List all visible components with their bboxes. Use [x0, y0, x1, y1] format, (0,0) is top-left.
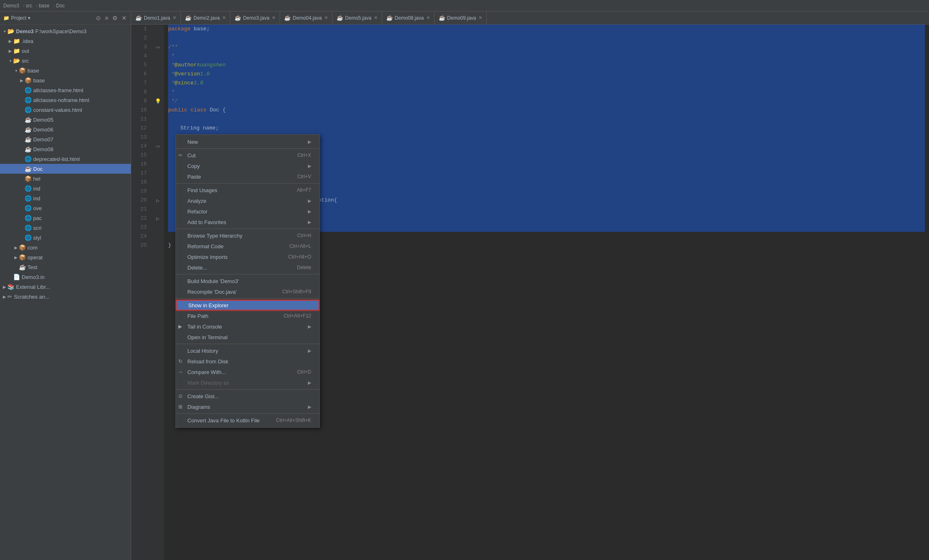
- tab-demo3[interactable]: ☕ Demo3.java ✕: [230, 11, 280, 24]
- sidebar-item-demo3[interactable]: ▾ 📂 Demo3 F:\workSpace\Demo3: [0, 26, 131, 36]
- tab-close-demo04[interactable]: ✕: [324, 15, 328, 20]
- code-line-10: public class Doc {: [168, 106, 925, 115]
- menu-item-reload-from-disk[interactable]: ↻ Reload from Disk: [176, 356, 319, 367]
- bulb-icon-9[interactable]: 💡: [155, 98, 161, 104]
- expand-arrow-base2[interactable]: ▶: [19, 78, 25, 83]
- sidebar-item-idea[interactable]: ▶ 📁 .idea: [0, 36, 131, 46]
- title-base: base: [39, 3, 50, 9]
- menu-item-mark-directory-as[interactable]: Mark Directory as ▶: [176, 377, 319, 388]
- sidebar-item-deprecated-list[interactable]: ▶ 🌐 deprecated-list.html: [0, 154, 131, 164]
- expand-arrow-scratches[interactable]: ▶: [2, 295, 7, 299]
- tab-close-demo5[interactable]: ✕: [374, 15, 378, 20]
- sidebar-item-com[interactable]: ▶ 📦 com: [0, 243, 131, 252]
- tab-java-icon-demo09: ☕: [439, 15, 445, 21]
- sidebar-item-base2[interactable]: ▶ 📦 base: [0, 75, 131, 85]
- tab-close-demo2[interactable]: ✕: [222, 15, 226, 20]
- menu-item-paste[interactable]: Paste Ctrl+V: [176, 171, 319, 182]
- sidebar-item-operat[interactable]: ▶ 📦 operat: [0, 252, 131, 262]
- menu-item-copy[interactable]: Copy ▶: [176, 161, 319, 171]
- expand-arrow-src[interactable]: ▾: [7, 59, 13, 63]
- tab-close-demo09[interactable]: ✕: [478, 15, 482, 20]
- sidebar-item-demo06[interactable]: ▶ ☕ Demo06: [0, 125, 131, 134]
- menu-item-compare-with[interactable]: ↔ Compare With... Ctrl+D: [176, 367, 319, 377]
- menu-item-add-to-favorites[interactable]: Add to Favorites ▶: [176, 217, 319, 227]
- html-icon-pac: 🌐: [25, 215, 32, 221]
- sidebar-item-src[interactable]: ▾ 📂 src: [0, 56, 131, 66]
- expand-arrow-out[interactable]: ▶: [7, 49, 13, 53]
- tab-demo1[interactable]: ☕ Demo1.java ✕: [131, 11, 181, 24]
- sidebar-item-external-libraries[interactable]: ▶ 📚 External Libr...: [0, 282, 131, 292]
- tab-close-demo1[interactable]: ✕: [173, 15, 176, 20]
- menu-item-analyze[interactable]: Analyze ▶: [176, 195, 319, 206]
- menu-item-optimize-imports[interactable]: Optimize Imports Ctrl+Alt+O: [176, 252, 319, 262]
- menu-item-file-path[interactable]: File Path Ctrl+Alt+F12: [176, 311, 319, 321]
- sidebar-item-base[interactable]: ▾ 📦 base: [0, 66, 131, 75]
- expand-all-icon[interactable]: ≡: [104, 14, 109, 22]
- menu-item-build-module[interactable]: Build Module 'Demo3': [176, 276, 319, 286]
- menu-item-create-gist[interactable]: ⊙ Create Gist...: [176, 391, 319, 401]
- sidebar-item-styl[interactable]: ▶ 🌐 styl: [0, 233, 131, 243]
- chevron-down-icon[interactable]: ▾: [28, 15, 30, 21]
- sidebar-item-pac[interactable]: ▶ 🌐 pac: [0, 213, 131, 223]
- tab-demo2[interactable]: ☕ Demo2.java ✕: [181, 11, 230, 24]
- menu-item-reformat-code[interactable]: Reformat Code Ctrl+Alt+L: [176, 241, 319, 252]
- menu-item-find-usages[interactable]: Find Usages Alt+F7: [176, 185, 319, 195]
- sidebar-item-demo3in[interactable]: ▶ 📄 Demo3.in: [0, 272, 131, 282]
- menu-item-browse-type-hierarchy[interactable]: Browse Type Hierarchy Ctrl+H: [176, 230, 319, 241]
- expand-arrow-operat[interactable]: ▶: [13, 255, 19, 260]
- sidebar-item-demo07[interactable]: ▶ ☕ Demo07: [0, 134, 131, 144]
- sidebar-item-demo08[interactable]: ▶ ☕ Demo08: [0, 144, 131, 154]
- settings-icon[interactable]: ⚙: [112, 14, 118, 22]
- menu-separator-5: [176, 298, 319, 299]
- menu-item-diagrams[interactable]: ⊞ Diagrams ▶: [176, 401, 319, 412]
- context-menu-overlay: New ▶ ✂ Cut Ctrl+X Copy ▶ Paste: [175, 134, 320, 428]
- sidebar-item-allclasses-noframe[interactable]: ▶ 🌐 allclasses-noframe.html: [0, 95, 131, 105]
- tab-demo5[interactable]: ☕ Demo5.java ✕: [332, 11, 382, 24]
- submenu-arrow-copy: ▶: [300, 163, 311, 169]
- fold-marker-3[interactable]: ≡▾: [156, 45, 160, 50]
- sidebar-item-allclasses-frame[interactable]: ▶ 🌐 allclasses-frame.html: [0, 85, 131, 95]
- expand-arrow-demo3[interactable]: ▾: [2, 29, 7, 34]
- tab-demo08[interactable]: ☕ Demo08.java ✕: [382, 11, 435, 24]
- tab-demo09[interactable]: ☕ Demo09.java ✕: [435, 11, 487, 24]
- menu-item-local-history[interactable]: Local History ▶: [176, 345, 319, 356]
- fold-marker-14[interactable]: ≡▾: [156, 144, 160, 149]
- tab-close-demo08[interactable]: ✕: [426, 15, 430, 20]
- tail-icon: ▶: [178, 324, 182, 329]
- sidebar-item-constant-values[interactable]: ▶ 🌐 constant-values.html: [0, 105, 131, 115]
- sidebar-item-scri[interactable]: ▶ 🌐 scri: [0, 223, 131, 233]
- menu-item-delete[interactable]: Delete... Delete: [176, 262, 319, 273]
- sidebar-item-doc[interactable]: ▶ ☕ Doc: [0, 164, 131, 174]
- expand-arrow-base[interactable]: ▾: [13, 68, 19, 73]
- menu-separator-7: [176, 389, 319, 390]
- sidebar-item-demo05[interactable]: ▶ ☕ Demo05: [0, 115, 131, 125]
- menu-item-convert-java-kotlin[interactable]: Convert Java File to Kotlin File Ctrl+Al…: [176, 415, 319, 426]
- expand-arrow-external[interactable]: ▶: [2, 285, 7, 289]
- menu-item-new[interactable]: New ▶: [176, 136, 319, 147]
- sidebar-item-out[interactable]: ▶ 📁 out: [0, 46, 131, 56]
- locate-icon[interactable]: ⊙: [95, 14, 102, 22]
- menu-item-refactor[interactable]: Refactor ▶: [176, 206, 319, 217]
- sidebar-item-ind1[interactable]: ▶ 🌐 ind: [0, 184, 131, 193]
- menu-item-open-in-terminal[interactable]: Open in Terminal: [176, 332, 319, 342]
- tab-demo04[interactable]: ☕ Demo04.java ✕: [280, 11, 332, 24]
- menu-item-show-in-explorer[interactable]: Show in Explorer: [176, 300, 319, 311]
- sidebar-item-ind2[interactable]: ▶ 🌐 ind: [0, 193, 131, 203]
- folder-icon-out: 📁: [13, 48, 20, 54]
- sidebar-item-scratches[interactable]: ▶ ✏ Scratches an...: [0, 292, 131, 302]
- title-doc: Doc: [56, 3, 65, 9]
- sidebar-item-ove[interactable]: ▶ 🌐 ove: [0, 203, 131, 213]
- sidebar-item-hel[interactable]: ▶ 📦 hel: [0, 174, 131, 184]
- menu-item-recompile[interactable]: Recompile 'Doc.java' Ctrl+Shift+F9: [176, 286, 319, 297]
- expand-arrow-idea[interactable]: ▶: [7, 39, 13, 43]
- package-icon-com: 📦: [19, 244, 26, 251]
- expand-arrow-com[interactable]: ▶: [13, 245, 19, 250]
- menu-separator-6: [176, 344, 319, 344]
- sidebar-item-test[interactable]: ▶ ☕ Test: [0, 262, 131, 272]
- tab-close-demo3[interactable]: ✕: [272, 15, 276, 20]
- menu-item-cut[interactable]: ✂ Cut Ctrl+X: [176, 150, 319, 161]
- submenu-arrow-analyze: ▶: [300, 198, 311, 204]
- close-sidebar-icon[interactable]: ✕: [121, 14, 128, 22]
- submenu-arrow-local-history: ▶: [300, 348, 311, 354]
- menu-item-tail-in-console[interactable]: ▶ Tail in Console ▶: [176, 321, 319, 332]
